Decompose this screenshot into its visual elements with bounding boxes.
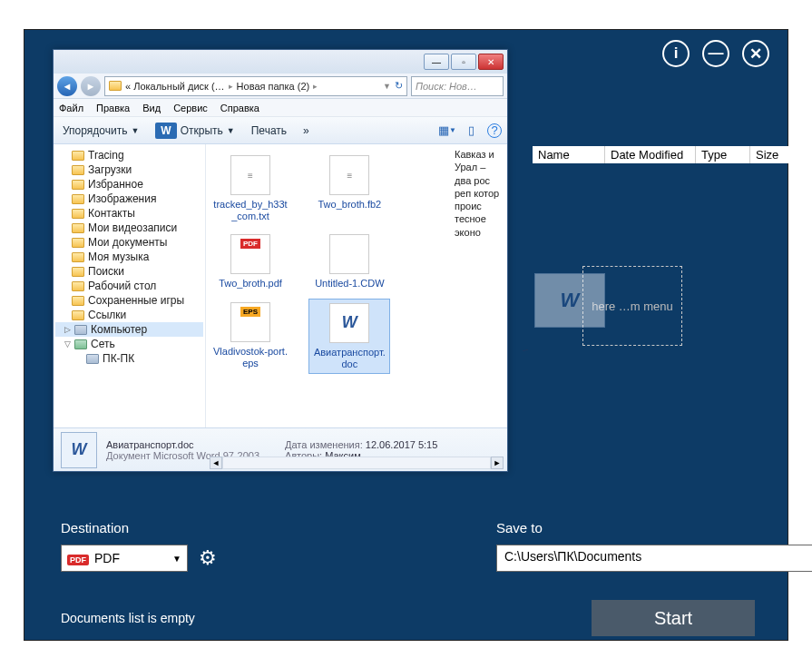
horizontal-scrollbar[interactable]: ◄ ►	[210, 457, 504, 469]
chevron-down-icon[interactable]: ▼	[383, 82, 391, 91]
scroll-left-icon[interactable]: ◄	[210, 457, 222, 469]
col-name[interactable]: Name	[533, 146, 605, 163]
folder-icon	[72, 165, 84, 175]
toolbar: Упорядочить ▼ WОткрыть ▼ Печать » ▦ ▼ ▯ …	[54, 117, 507, 144]
breadcrumb-2[interactable]: Новая папка (2)	[237, 81, 310, 92]
tree-item[interactable]: Изображения	[55, 192, 203, 206]
file-item[interactable]: Vladivostok-port.eps	[210, 299, 291, 374]
folder-icon	[72, 194, 84, 204]
nav-forward-button[interactable]: ►	[81, 76, 101, 96]
refresh-icon[interactable]: ↻	[395, 80, 403, 92]
eps-file-icon	[230, 302, 270, 342]
breadcrumb-1[interactable]: « Локальный диск (…	[125, 81, 225, 92]
destination-label: Destination	[61, 520, 217, 535]
menu-service[interactable]: Сервис	[173, 103, 208, 113]
destination-dropdown[interactable]: PDFPDF ▼	[61, 545, 188, 572]
file-item[interactable]: ≡Two_broth.fb2	[308, 152, 390, 225]
folder-icon	[72, 238, 84, 248]
more-button[interactable]: »	[299, 123, 313, 139]
menu-bar: Файл Правка Вид Сервис Справка	[54, 99, 507, 117]
dialog-maximize-button[interactable]: ▫	[451, 54, 476, 70]
tree-item[interactable]: Ссылки	[55, 308, 203, 322]
chevron-down-icon: ▼	[227, 126, 235, 135]
file-item-selected[interactable]: WАвиатранспорт.doc	[308, 299, 390, 374]
organize-button[interactable]: Упорядочить ▼	[59, 123, 142, 139]
tree-item[interactable]: Рабочий стол	[55, 279, 203, 293]
folder-icon	[72, 267, 84, 277]
file-item[interactable]: ≡tracked_by_h33t_com.txt	[210, 152, 291, 225]
col-type[interactable]: Type	[696, 146, 750, 163]
file-item[interactable]: Untitled-1.CDW	[308, 231, 390, 293]
folder-icon	[72, 180, 84, 190]
gear-icon[interactable]: ⚙	[199, 546, 217, 570]
network-icon	[74, 339, 87, 349]
dialog-minimize-button[interactable]: —	[424, 54, 449, 70]
scroll-right-icon[interactable]: ►	[491, 457, 504, 469]
pdf-badge-icon: PDF	[67, 555, 89, 565]
help-icon[interactable]: ?	[487, 123, 502, 138]
computer-icon	[86, 354, 99, 364]
preview-pane-button[interactable]: ▯	[464, 123, 478, 138]
folder-icon	[72, 252, 84, 262]
search-input[interactable]: Поиск: Нов…	[411, 76, 504, 96]
svg-line-0	[523, 349, 528, 351]
tree-item[interactable]: Моя музыка	[55, 250, 203, 264]
folder-icon	[72, 296, 84, 306]
menu-edit[interactable]: Правка	[96, 103, 130, 113]
dialog-close-button[interactable]: ✕	[478, 54, 504, 70]
tree-item[interactable]: Загрузки	[55, 162, 203, 177]
address-bar[interactable]: « Локальный диск (… ▸ Новая папка (2) ▸ …	[104, 76, 407, 96]
view-mode-button[interactable]: ▦ ▼	[440, 123, 455, 138]
tree-item[interactable]: Избранное	[55, 177, 203, 192]
file-pane[interactable]: ≡tracked_by_h33t_com.txt ≡Two_broth.fb2 …	[206, 144, 507, 427]
chevron-right-icon: ▸	[229, 82, 233, 91]
dialog-body: Tracing Загрузки Избранное Изображения К…	[54, 144, 507, 427]
tree-item[interactable]: Контакты	[55, 206, 203, 221]
minimize-button[interactable]: —	[702, 40, 729, 67]
col-size[interactable]: Size	[750, 146, 805, 163]
tree-item[interactable]: Мои видеозаписи	[55, 221, 203, 235]
tree-item-network[interactable]: ▽Сеть	[55, 337, 203, 351]
col-date[interactable]: Date Modified	[605, 146, 696, 163]
file-item[interactable]: Two_broth.pdf	[210, 231, 291, 293]
tree-item[interactable]: Tracing	[55, 148, 203, 162]
folder-icon	[72, 209, 84, 219]
text-file-icon: ≡	[329, 155, 369, 195]
details-filename: Авиатранспорт.doc	[106, 439, 259, 450]
menu-help[interactable]: Справка	[220, 103, 259, 113]
tree-item[interactable]: Сохраненные игры	[55, 293, 203, 308]
folder-icon	[72, 223, 84, 233]
menu-view[interactable]: Вид	[142, 103, 161, 113]
tree-item[interactable]: Поиски	[55, 264, 203, 279]
nav-back-button[interactable]: ◄	[57, 76, 77, 96]
scroll-track[interactable]	[222, 457, 491, 469]
menu-file[interactable]: Файл	[59, 103, 83, 113]
bottom-panel: Destination PDFPDF ▼ ⚙ Save to C:\Users\…	[61, 520, 773, 572]
dialog-titlebar[interactable]: — ▫ ✕	[54, 50, 507, 74]
folder-icon	[72, 151, 84, 161]
saveto-label: Save to	[496, 520, 812, 535]
start-button[interactable]: Start	[592, 600, 755, 636]
open-button[interactable]: WОткрыть ▼	[152, 121, 238, 141]
tree-item[interactable]: Мои документы	[55, 235, 203, 250]
folder-icon	[72, 281, 84, 291]
status-text: Documents list is empty	[61, 611, 195, 625]
saveto-path-input[interactable]: C:\Users\ПК\Documents	[496, 545, 812, 572]
folder-icon	[109, 81, 122, 91]
print-button[interactable]: Печать	[248, 123, 290, 139]
chevron-down-icon: ▼	[131, 126, 139, 135]
tree-item-computer[interactable]: ▷Компьютер	[55, 322, 203, 337]
file-list-header: Name Date Modified Type Size	[533, 146, 805, 163]
close-button[interactable]: ✕	[742, 40, 769, 67]
tree-item-pc[interactable]: ПК-ПК	[55, 351, 203, 366]
text-file-icon: ≡	[230, 155, 270, 195]
file-open-dialog: — ▫ ✕ ◄ ► « Локальный диск (… ▸ Новая па…	[53, 49, 508, 472]
folder-tree[interactable]: Tracing Загрузки Избранное Изображения К…	[54, 144, 206, 427]
address-bar-row: ◄ ► « Локальный диск (… ▸ Новая папка (2…	[54, 74, 507, 99]
info-button[interactable]: i	[662, 40, 690, 67]
chevron-down-icon: ▼	[172, 554, 181, 564]
computer-icon	[74, 325, 87, 335]
drag-ghost-icon: W	[534, 273, 605, 328]
generic-file-icon	[329, 234, 369, 274]
preview-text: Кавказ и Урал – два рос реп котор проис …	[455, 148, 504, 239]
